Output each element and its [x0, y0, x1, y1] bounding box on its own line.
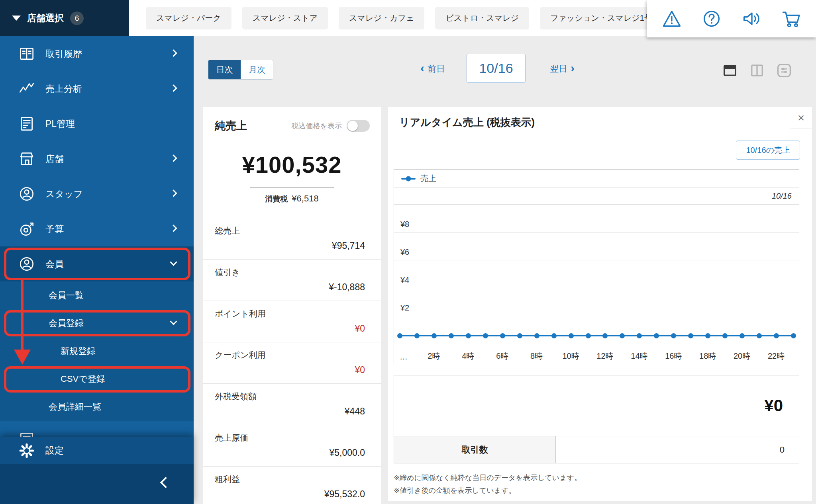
- alert-icon[interactable]: [661, 8, 682, 29]
- store-selector-label: 店舗選択: [27, 12, 64, 24]
- layout-columns-icon[interactable]: [748, 62, 766, 79]
- sidebar-item-label: 店舗: [45, 153, 64, 165]
- toggle-knob: [347, 121, 358, 131]
- list-item: ポイント利用 ¥0: [203, 301, 381, 342]
- store-tab[interactable]: ビストロ・スマレジ: [435, 7, 529, 29]
- net-sales-amount: ¥100,532: [203, 151, 381, 178]
- realtime-sales-chart: 売上 10/16 ¥8 ¥6 ¥4 ¥2 …2時4時6時8時10時12時14時1…: [394, 169, 799, 364]
- list-item: 売上原価 ¥5,000.0: [203, 425, 381, 467]
- net-sales-card: 純売上 税込価格を表示 ¥100,532 消費税¥6,518 総売上 ¥95,7…: [203, 107, 381, 504]
- sidebar-item-transactions[interactable]: 取引履歴: [0, 36, 194, 71]
- tax-include-toggle[interactable]: [347, 120, 370, 132]
- net-sales-title: 純売上: [215, 119, 247, 133]
- sidebar-item-budget[interactable]: 予算: [0, 211, 194, 246]
- sidebar-subitem-label: 会員登録: [49, 317, 84, 329]
- topbar: 店舗選択 6 スマレジ・パーク スマレジ・ストア スマレジ・カフェ ビストロ・ス…: [0, 0, 816, 36]
- realtime-title: リアルタイム売上 (税抜表示): [399, 115, 535, 129]
- grid-row: ¥4: [394, 260, 799, 288]
- list-item: 外税受領額 ¥448: [203, 384, 381, 425]
- totals-box: ¥0 取引数 0: [394, 375, 799, 463]
- realtime-sales-card: × リアルタイム売上 (税抜表示) 10/16の売上 売上 10/16 ¥8 ¥…: [388, 107, 812, 501]
- sidebar-subitem-csv-registration[interactable]: CSVで登録: [0, 365, 194, 393]
- layout-settings-icon[interactable]: [775, 62, 793, 79]
- store-tab[interactable]: スマレジ・パーク: [146, 7, 231, 29]
- transactions-row: 取引数 0: [394, 436, 799, 463]
- sidebar-item-label: 取引履歴: [45, 48, 82, 60]
- topbar-icon-panel: [647, 0, 816, 37]
- series-track: [400, 335, 793, 336]
- list-item: クーポン利用 ¥0: [203, 342, 381, 384]
- tax-line: 消費税¥6,518: [250, 188, 334, 204]
- chevron-left-icon[interactable]: [160, 477, 171, 488]
- sidebar-item-stores[interactable]: 店舗: [0, 141, 194, 176]
- chevron-right-icon: [170, 84, 177, 92]
- sales-breakdown-list: 総売上 ¥95,714 値引き ¥-10,888 ポイント利用 ¥0 クーポン利…: [203, 218, 381, 504]
- tax-toggle-group: 税込価格を表示: [292, 120, 370, 132]
- chevron-right-icon: ›: [571, 62, 575, 74]
- caret-down-icon: [12, 16, 21, 21]
- target-icon: [18, 220, 36, 238]
- chart-line-icon: [18, 80, 36, 98]
- chevron-down-icon: [170, 258, 177, 266]
- ledger-icon: [18, 45, 36, 63]
- close-icon[interactable]: ×: [790, 107, 812, 129]
- store-selector[interactable]: 店舗選択 6: [0, 0, 129, 36]
- chart-x-axis: …2時4時6時8時10時12時14時16時18時20時22時: [400, 350, 793, 361]
- help-icon[interactable]: [701, 8, 722, 29]
- tax-toggle-label: 税込価格を表示: [292, 121, 342, 131]
- sidebar-bottom: 設定: [0, 437, 194, 504]
- sidebar-item-members[interactable]: 会員: [0, 246, 194, 281]
- chevron-down-icon: [170, 318, 177, 325]
- sidebar-item-label: 設定: [45, 444, 64, 457]
- sidebar-subitem-new-registration[interactable]: 新規登録: [0, 337, 194, 365]
- tab-daily[interactable]: 日次: [208, 60, 241, 79]
- date-picker[interactable]: 10/16: [467, 54, 526, 83]
- store-tab[interactable]: スマレジ・ストア: [242, 7, 328, 29]
- tab-monthly[interactable]: 月次: [241, 60, 273, 79]
- day-sales-button[interactable]: 10/16の売上: [736, 141, 800, 160]
- prev-day-button[interactable]: ‹ 前日: [420, 61, 445, 77]
- sidebar-item-staff[interactable]: スタッフ: [0, 176, 194, 211]
- sidebar-subitem-member-detail-list[interactable]: 会員詳細一覧: [0, 393, 194, 421]
- sidebar-item-sales-analysis[interactable]: 売上分析: [0, 71, 194, 106]
- chart-series: [400, 333, 793, 339]
- legend-label: 売上: [420, 173, 436, 184]
- chevron-right-icon: [170, 225, 177, 232]
- sidebar-item-label: PL管理: [45, 118, 75, 130]
- period-toggle: 日次 月次: [208, 60, 273, 80]
- chevron-left-icon: ‹: [420, 62, 424, 74]
- chart-plot-area: …2時4時6時8時10時12時14時16時18時20時22時: [394, 316, 799, 364]
- sidebar-item-settings[interactable]: 設定: [0, 437, 194, 464]
- list-item: 総売上 ¥95,714: [203, 218, 381, 260]
- list-item: 値引き ¥-10,888: [203, 260, 381, 301]
- next-day-button[interactable]: 翌日 ›: [550, 61, 575, 77]
- sidebar-subitem-label: CSVで登録: [61, 373, 105, 385]
- chart-date-annotation: 10/16: [394, 188, 799, 205]
- sidebar-item-pl[interactable]: PL管理: [0, 106, 194, 141]
- chevron-right-icon: [170, 49, 177, 57]
- sidebar-subitem-member-list[interactable]: 会員一覧: [0, 281, 194, 309]
- footnote: ※値引き後の金額を表示しています。: [394, 484, 581, 497]
- cart-icon[interactable]: [781, 8, 802, 29]
- megaphone-icon[interactable]: [741, 8, 762, 29]
- store-tab[interactable]: スマレジ・カフェ: [339, 7, 424, 29]
- storefront-icon: [18, 150, 36, 168]
- footnote: ※締めに関係なく純粋な当日のデータを表示しています。: [394, 471, 581, 484]
- grid-row: ¥2: [394, 288, 799, 316]
- transactions-value: 0: [556, 436, 799, 463]
- sidebar-item-label: 予算: [45, 223, 64, 235]
- sidebar-item-label: 売上分析: [45, 83, 82, 95]
- legend-line-icon: [401, 178, 416, 180]
- sidebar-item-label: スタッフ: [45, 188, 83, 200]
- sidebar-subitem-label: 会員一覧: [49, 289, 84, 301]
- sidebar-subitem-label: 会員詳細一覧: [49, 401, 101, 413]
- person-circle-icon: [18, 185, 36, 203]
- sidebar-collapse-bar: [0, 464, 194, 504]
- chart-legend: 売上: [394, 170, 799, 188]
- person-circle-icon: [18, 255, 36, 273]
- main-content: 日次 月次 ‹ 前日 10/16 翌日 › 純売上 税込価格を表示: [194, 36, 816, 504]
- sidebar-subitem-member-register[interactable]: 会員登録: [0, 309, 194, 337]
- layout-rows-icon[interactable]: [721, 62, 739, 79]
- transactions-label: 取引数: [394, 436, 556, 463]
- sidebar-item-label: 会員: [45, 258, 64, 270]
